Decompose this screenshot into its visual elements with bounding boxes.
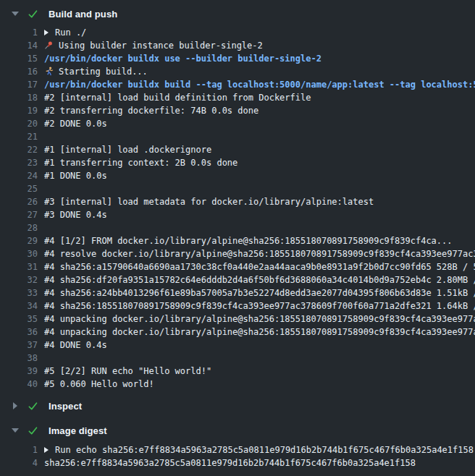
triangle-glyph xyxy=(12,12,19,16)
log-text: Run echo sha256:e7ff8834a5963a2785c5a081… xyxy=(44,443,475,456)
log-text xyxy=(44,182,475,195)
success-check-icon xyxy=(28,425,38,436)
log-line: 14Using builder instance builder-single-… xyxy=(0,39,475,52)
log-lines-image-digest: 1Run echo sha256:e7ff8834a5963a2785c5a08… xyxy=(0,443,475,469)
line-number[interactable]: 30 xyxy=(0,247,38,260)
log-text: #4 unpacking docker.io/library/alpine@sh… xyxy=(44,326,475,339)
line-number[interactable]: 39 xyxy=(0,365,38,378)
log-text xyxy=(44,352,475,365)
log-text: #4 [1/2] FROM docker.io/library/alpine@s… xyxy=(44,234,475,247)
section-header-build-and-push[interactable]: Build and push xyxy=(0,6,475,22)
section-image-digest: Image digest1Run echo sha256:e7ff8834a59… xyxy=(0,422,475,469)
log-line: 4sha256:e7ff8834a5963a2785c5a0811e979d16… xyxy=(0,456,475,469)
section-inspect: Inspect xyxy=(0,398,475,414)
collapse-triangle-icon[interactable] xyxy=(11,428,20,433)
line-number[interactable]: 23 xyxy=(0,156,38,169)
log-line: 33#4 sha256:a24bb4013296f61e89ba57005a7b… xyxy=(0,286,475,299)
log-text: #3 DONE 0.4s xyxy=(44,208,475,221)
log-text: #5 [2/2] RUN echo "Hello world!" xyxy=(44,365,475,378)
section-label: Image digest xyxy=(49,425,107,436)
line-number[interactable]: 20 xyxy=(0,117,38,130)
line-number[interactable]: 37 xyxy=(0,339,38,352)
line-number[interactable]: 18 xyxy=(0,91,38,104)
log-line: 32#4 sha256:df20fa9351a15782c64e6dddb2d4… xyxy=(0,273,475,286)
log-text: Run ./ xyxy=(44,26,475,39)
run-toggle-icon[interactable] xyxy=(44,30,49,35)
line-number[interactable]: 34 xyxy=(0,299,38,313)
log-line: 23#1 transferring context: 2B 0.0s done xyxy=(0,156,475,169)
line-number[interactable]: 22 xyxy=(0,143,38,156)
line-number[interactable]: 38 xyxy=(0,352,38,365)
log-line: 24#1 DONE 0.0s xyxy=(0,169,475,182)
log-line: 39#5 [2/2] RUN echo "Hello world!" xyxy=(0,365,475,378)
line-number[interactable]: 4 xyxy=(0,456,38,469)
runner-icon xyxy=(44,67,59,77)
log-text xyxy=(44,221,475,234)
line-number[interactable]: 16 xyxy=(0,65,38,78)
line-number[interactable]: 15 xyxy=(0,52,38,65)
log-line: 19#2 transferring dockerfile: 74B 0.0s d… xyxy=(0,104,475,117)
log-text: #1 [internal] load .dockerignore xyxy=(44,143,475,156)
expand-triangle-icon[interactable] xyxy=(11,402,20,409)
log-text: #5 0.060 Hello world! xyxy=(44,378,475,391)
log-line: 21 xyxy=(0,130,475,143)
section-header-inspect[interactable]: Inspect xyxy=(0,398,475,414)
log-line: 22#1 [internal] load .dockerignore xyxy=(0,143,475,156)
triangle-glyph xyxy=(13,402,17,409)
log-text: Starting build... xyxy=(44,65,475,78)
line-number[interactable]: 27 xyxy=(0,208,38,221)
log-text: #2 DONE 0.0s xyxy=(44,117,475,130)
line-number[interactable]: 28 xyxy=(0,221,38,234)
workflow-log-viewer: Build and push1Run ./14Using builder ins… xyxy=(0,0,475,476)
line-number[interactable]: 32 xyxy=(0,273,38,286)
log-line: 15/usr/bin/docker buildx use --builder b… xyxy=(0,52,475,65)
run-toggle-icon[interactable] xyxy=(44,447,49,453)
section-label: Inspect xyxy=(49,401,82,412)
log-line: 1Run ./ xyxy=(0,26,475,39)
log-line: 34#4 sha256:185518070891758909c9f839cf4c… xyxy=(0,299,475,313)
line-number[interactable]: 31 xyxy=(0,260,38,273)
line-number[interactable]: 25 xyxy=(0,182,38,195)
log-text: #3 [internal] load metadata for docker.i… xyxy=(44,195,475,208)
line-number[interactable]: 26 xyxy=(0,195,38,208)
log-text: #4 sha256:185518070891758909c9f839cf4ca3… xyxy=(44,299,475,313)
success-check-icon xyxy=(28,401,38,412)
line-number[interactable]: 21 xyxy=(0,130,38,143)
line-number[interactable]: 17 xyxy=(0,78,38,91)
log-line: 25 xyxy=(0,182,475,195)
line-number[interactable]: 40 xyxy=(0,378,38,391)
line-number[interactable]: 35 xyxy=(0,313,38,326)
section-header-image-digest[interactable]: Image digest xyxy=(0,422,475,438)
section-label: Build and push xyxy=(49,9,117,20)
log-line: 29#4 [1/2] FROM docker.io/library/alpine… xyxy=(0,234,475,247)
line-number[interactable]: 19 xyxy=(0,104,38,117)
collapse-triangle-icon[interactable] xyxy=(11,12,20,16)
log-line: 17/usr/bin/docker buildx build --tag loc… xyxy=(0,78,475,91)
log-line: 18#2 [internal] load build definition fr… xyxy=(0,91,475,104)
log-text xyxy=(44,130,475,143)
log-line: 30#4 resolve docker.io/library/alpine@sh… xyxy=(0,247,475,260)
log-text: #4 unpacking docker.io/library/alpine@sh… xyxy=(44,313,475,326)
pushpin-icon xyxy=(44,41,59,51)
section-build-and-push: Build and push1Run ./14Using builder ins… xyxy=(0,6,475,391)
line-number[interactable]: 33 xyxy=(0,286,38,299)
log-lines-build-and-push: 1Run ./14Using builder instance builder-… xyxy=(0,26,475,391)
log-text: #2 transferring dockerfile: 74B 0.0s don… xyxy=(44,104,475,117)
line-number[interactable]: 36 xyxy=(0,326,38,339)
log-command-text: /usr/bin/docker buildx build --tag local… xyxy=(44,78,475,91)
log-line: 37#4 DONE 0.4s xyxy=(0,339,475,352)
log-line: 28 xyxy=(0,221,475,234)
line-number[interactable]: 29 xyxy=(0,234,38,247)
log-line: 26#3 [internal] load metadata for docker… xyxy=(0,195,475,208)
line-number[interactable]: 24 xyxy=(0,169,38,182)
line-number[interactable]: 1 xyxy=(0,26,38,39)
log-line: 1Run echo sha256:e7ff8834a5963a2785c5a08… xyxy=(0,443,475,456)
line-number[interactable]: 1 xyxy=(0,443,38,456)
line-number[interactable]: 14 xyxy=(0,39,38,52)
log-line: 27#3 DONE 0.4s xyxy=(0,208,475,221)
success-check-icon xyxy=(28,9,38,20)
log-line: 20#2 DONE 0.0s xyxy=(0,117,475,130)
log-text: Using builder instance builder-single-2 xyxy=(44,39,475,52)
log-line: 36#4 unpacking docker.io/library/alpine@… xyxy=(0,326,475,339)
triangle-glyph xyxy=(12,428,19,433)
